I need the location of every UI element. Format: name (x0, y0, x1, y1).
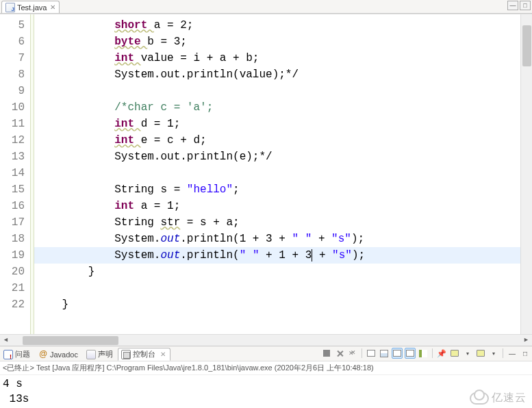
tab-declaration[interactable]: 声明 (83, 348, 118, 361)
editor-tab-bar: Test.java ✕ — □ (0, 0, 532, 14)
bottom-view-tabs: 问题 @ Javadoc 声明 控制台 ✕ 📌 — □ (0, 346, 532, 361)
line-number: 19 (0, 247, 25, 264)
tab-label: Javadoc (50, 350, 78, 359)
scroll-left-icon[interactable]: ◄ (0, 335, 12, 346)
console-launch-info: Test [Java 应用程序] C:\Program Files\Java\j… (36, 364, 374, 372)
code-line[interactable]: System.out.println(1 + 3 + " " + "s"); (34, 231, 520, 247)
console-output[interactable]: 4 s 13s (0, 375, 532, 408)
scrollbar-thumb[interactable] (522, 25, 531, 66)
java-file-icon (5, 3, 15, 12)
minimize-icon: — (509, 350, 516, 357)
open-console-menu-button[interactable] (488, 348, 499, 359)
console-icon (121, 350, 131, 359)
console-launch-header: <已终止> Test [Java 应用程序] C:\Program Files\… (0, 361, 532, 375)
tree-button[interactable] (418, 348, 429, 359)
show-console-icon (393, 350, 401, 357)
tab-problems[interactable]: 问题 (0, 348, 35, 361)
line-number: 22 (0, 296, 25, 313)
xx-icon (349, 350, 357, 357)
minimize-view-button[interactable]: — (507, 348, 518, 359)
code-line[interactable]: int e = c + d; (34, 132, 520, 149)
editor-tab-label: Test.java (17, 3, 47, 12)
line-number-gutter: 5678910111213141516171819202122 (0, 14, 30, 334)
code-line[interactable]: int a = 1; (34, 198, 520, 214)
stop-icon (323, 350, 330, 357)
console-toolbar: 📌 — □ (321, 348, 531, 359)
maximize-button[interactable]: □ (520, 1, 531, 10)
line-number: 17 (0, 214, 25, 231)
tab-label: 控制台 (133, 349, 155, 359)
scroll-right-icon[interactable]: ► (520, 335, 532, 346)
scrollbar-thumb[interactable] (23, 336, 118, 345)
tab-label: 问题 (15, 349, 30, 359)
vertical-scrollbar[interactable] (520, 14, 532, 334)
remove-all-button[interactable] (347, 348, 358, 359)
display-menu-button[interactable] (462, 348, 473, 359)
separator (503, 348, 503, 358)
line-number: 5 (0, 17, 25, 34)
code-line[interactable]: } (34, 296, 520, 313)
terminate-button[interactable] (321, 348, 332, 359)
line-number: 14 (0, 165, 25, 181)
javadoc-icon: @ (38, 350, 48, 359)
show-console-button[interactable] (392, 348, 403, 359)
editor-tab-testjava[interactable]: Test.java ✕ (1, 1, 60, 13)
code-editor[interactable]: 5678910111213141516171819202122 short a … (0, 14, 532, 334)
close-icon[interactable]: ✕ (50, 3, 55, 11)
console-line: 4 s (3, 378, 23, 390)
code-line[interactable]: String s = "hello"; (34, 181, 520, 198)
open-console-button[interactable] (475, 348, 486, 359)
line-number: 7 (0, 50, 25, 66)
line-number: 6 (0, 34, 25, 50)
declaration-icon (86, 350, 96, 359)
monitor-icon (477, 350, 485, 357)
tab-javadoc[interactable]: @ Javadoc (35, 348, 83, 361)
code-line[interactable]: System.out.println(value);*/ (34, 66, 520, 83)
clear-console-button[interactable] (366, 348, 377, 359)
line-number: 9 (0, 83, 25, 99)
line-number: 8 (0, 66, 25, 83)
line-number: 10 (0, 99, 25, 116)
remove-launch-button[interactable] (334, 348, 345, 359)
x-icon (336, 350, 344, 357)
tree-icon (419, 350, 427, 357)
code-line[interactable]: short a = 2; (34, 17, 520, 34)
tab-console[interactable]: 控制台 ✕ (118, 348, 170, 361)
horizontal-scrollbar[interactable]: ◄ ► (0, 334, 532, 346)
tab-label: 声明 (98, 349, 113, 359)
code-line[interactable]: } (34, 264, 520, 280)
code-line[interactable]: int d = 1; (34, 116, 520, 132)
code-line[interactable] (34, 83, 520, 99)
pin-button[interactable]: 📌 (436, 348, 447, 359)
code-area[interactable]: short a = 2; byte b = 3; int value = i +… (34, 14, 520, 334)
code-line[interactable]: /*char c = 'a'; (34, 99, 520, 116)
line-number: 16 (0, 198, 25, 214)
display-button[interactable] (449, 348, 460, 359)
line-number: 20 (0, 264, 25, 280)
code-line[interactable] (34, 280, 520, 296)
scroll-lock-button[interactable] (379, 348, 390, 359)
line-number: 12 (0, 132, 25, 149)
separator (432, 348, 433, 358)
window-controls: — □ (507, 1, 531, 10)
console-line: 13s (3, 393, 29, 405)
code-line[interactable]: byte b = 3; (34, 34, 520, 50)
line-number: 11 (0, 116, 25, 132)
separator (362, 348, 362, 358)
word-wrap-button[interactable] (405, 348, 416, 359)
problems-icon (3, 350, 13, 359)
code-line[interactable] (34, 165, 520, 181)
console-terminated-label: <已终止> (3, 364, 36, 372)
close-icon[interactable]: ✕ (160, 350, 166, 358)
wrap-icon (406, 350, 414, 357)
line-number: 18 (0, 231, 25, 247)
maximize-view-button[interactable]: □ (520, 348, 531, 359)
code-line[interactable]: System.out.println(e);*/ (34, 149, 520, 165)
code-line[interactable]: String str = s + a; (34, 214, 520, 231)
scroll-lock-icon (380, 350, 388, 357)
code-line[interactable]: System.out.println(" " + 1 + 3 + "s"); (34, 247, 520, 264)
code-line[interactable]: int value = i + a + b; (34, 50, 520, 66)
line-number: 13 (0, 149, 25, 165)
pin-icon: 📌 (437, 349, 446, 358)
minimize-button[interactable]: — (507, 1, 518, 10)
